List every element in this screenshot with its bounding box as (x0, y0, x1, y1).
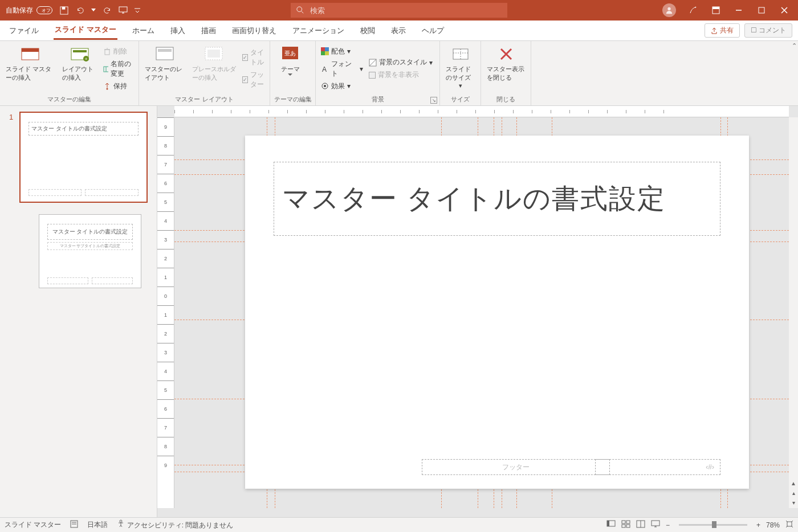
tab-home[interactable]: ホーム (131, 22, 156, 39)
preserve-button[interactable]: 保持 (101, 81, 135, 92)
colors-button[interactable]: 配色 ▾ (319, 46, 365, 57)
tab-transitions[interactable]: 画面切り替え (231, 22, 278, 39)
slide-canvas[interactable]: マスター タイトルの書式設定 フッター ‹#› (245, 136, 749, 489)
fit-window-icon[interactable] (785, 520, 793, 530)
chevron-down-icon (288, 73, 292, 76)
share-icon (711, 27, 718, 34)
close-button[interactable] (779, 5, 790, 16)
ribbon-display-icon[interactable] (710, 5, 722, 16)
next-slide-icon[interactable]: ▾ (792, 500, 795, 506)
svg-rect-2 (119, 7, 127, 12)
insert-placeholder-button: プレースホルダーの挿入 (190, 43, 239, 94)
preserve-icon (103, 82, 111, 90)
autosave-toggle[interactable]: 自動保存 オフ (6, 6, 52, 15)
collapse-ribbon-icon[interactable]: ⌃ (792, 42, 797, 50)
svg-rect-41 (652, 521, 659, 526)
layout-thumbnail[interactable]: マスター タイトルの書式設定 マスター サブタイトルの書式設定 (39, 214, 141, 288)
user-avatar[interactable] (662, 3, 676, 17)
thumb-layout-title: マスター タイトルの書式設定 (47, 224, 133, 240)
redo-icon[interactable] (103, 6, 112, 15)
save-icon[interactable] (59, 6, 68, 15)
status-language[interactable]: 日本語 (87, 520, 108, 530)
group-label-master-edit: マスターの編集 (3, 94, 135, 105)
workspace: 1 マスター タイトルの書式設定 マスター タイトルの書式設定 マスター サブタ… (0, 106, 798, 517)
fonts-button[interactable]: Aフォント ▾ (319, 59, 365, 79)
placeholder-icon (204, 44, 223, 64)
prev-slide-icon[interactable]: ▴ (792, 490, 795, 496)
tab-file[interactable]: ファイル (8, 22, 40, 39)
master-layout-icon (155, 44, 174, 64)
svg-rect-18 (158, 49, 172, 52)
slide-master-icon (21, 44, 40, 64)
accessibility-status[interactable]: アクセシビリティ: 問題ありません (117, 519, 233, 530)
svg-rect-42 (787, 522, 792, 526)
slide-size-icon (451, 44, 470, 64)
page-number-placeholder[interactable]: ‹#› (595, 459, 720, 475)
minimize-button[interactable] (733, 5, 744, 16)
thumbnail-panel[interactable]: 1 マスター タイトルの書式設定 マスター タイトルの書式設定 マスター サブタ… (0, 106, 157, 517)
svg-rect-39 (626, 525, 630, 527)
svg-rect-23 (321, 47, 325, 51)
layout-icon: + (70, 44, 89, 64)
ribbon-tabs: ファイル スライド マスター ホーム 挿入 描画 画面切り替え アニメーション … (0, 21, 798, 41)
insert-layout-button[interactable]: + レイアウトの挿入 (60, 43, 100, 94)
undo-icon[interactable] (75, 6, 84, 15)
zoom-out-button[interactable]: − (666, 521, 670, 529)
zoom-slider[interactable] (679, 524, 747, 526)
search-icon (296, 6, 304, 14)
slide-size-button[interactable]: スライドのサイズ▾ (443, 43, 477, 94)
master-thumbnail[interactable]: マスター タイトルの書式設定 (19, 112, 148, 203)
bg-styles-button[interactable]: 背景のスタイル ▾ (367, 57, 435, 68)
tab-draw[interactable]: 描画 (200, 22, 217, 39)
reading-view-icon[interactable] (636, 520, 645, 530)
tab-slide-master[interactable]: スライド マスター (54, 21, 117, 40)
autosave-label: 自動保存 (6, 6, 33, 15)
search-box[interactable] (291, 3, 507, 18)
horizontal-ruler[interactable] (174, 106, 789, 117)
tab-review[interactable]: 校閲 (359, 22, 376, 39)
effects-button[interactable]: 効果 ▾ (319, 81, 365, 92)
svg-rect-0 (60, 6, 67, 14)
vertical-scrollbar[interactable]: ▲ ▴ ▾ (789, 117, 798, 508)
rename-button[interactable]: 名前の変更 (101, 59, 135, 79)
vertical-ruler[interactable]: 9876543210123456789 (157, 117, 174, 508)
effects-icon (321, 82, 329, 90)
title-placeholder[interactable]: マスター タイトルの書式設定 (274, 162, 720, 236)
insert-slide-master-button[interactable]: スライド マスターの挿入 (3, 43, 58, 94)
themes-button[interactable]: 亜あ テーマ (274, 43, 307, 94)
footer-placeholder[interactable]: フッター (422, 459, 610, 475)
svg-rect-31 (453, 49, 468, 59)
slideshow-icon[interactable] (119, 6, 128, 15)
share-button[interactable]: 共有 (705, 23, 740, 38)
sorter-view-icon[interactable] (621, 520, 630, 530)
svg-rect-30 (369, 59, 376, 66)
svg-rect-7 (759, 7, 764, 13)
notes-icon[interactable] (70, 520, 78, 530)
close-master-view-button[interactable]: マスター表示を閉じる (484, 43, 527, 94)
tab-help[interactable]: ヘルプ (421, 22, 445, 39)
canvas-area[interactable]: マスター タイトルの書式設定 フッター ‹#› (174, 117, 789, 508)
svg-text:+: + (84, 56, 87, 62)
comments-button[interactable]: ☐ コメント (744, 23, 792, 38)
maximize-button[interactable] (756, 5, 767, 16)
zoom-level[interactable]: 78% (766, 521, 780, 529)
slide-editor: 9876543210123456789 マスター タイトルの書式設定 フッター (157, 106, 798, 517)
group-label-theme-edit: テーマの編集 (274, 94, 312, 105)
svg-rect-6 (712, 7, 719, 9)
normal-view-icon[interactable] (606, 520, 616, 530)
tab-view[interactable]: 表示 (390, 22, 407, 39)
tab-insert[interactable]: 挿入 (169, 22, 186, 39)
tab-animations[interactable]: アニメーション (291, 22, 345, 39)
zoom-in-button[interactable]: + (756, 521, 760, 529)
search-input[interactable] (310, 6, 502, 15)
checkbox-icon: ✓ (242, 54, 248, 61)
coming-soon-icon[interactable] (687, 5, 699, 16)
svg-rect-14 (105, 50, 109, 55)
slideshow-view-icon[interactable] (651, 520, 660, 530)
title-checkbox: ✓タイトル (241, 47, 266, 68)
svg-rect-34 (607, 521, 615, 526)
master-layout-button[interactable]: マスターのレイアウト (142, 43, 188, 94)
qat-more-icon[interactable] (135, 6, 140, 15)
dialog-launcher-icon[interactable]: ↘ (430, 97, 437, 104)
undo-dropdown-icon[interactable] (91, 6, 96, 15)
